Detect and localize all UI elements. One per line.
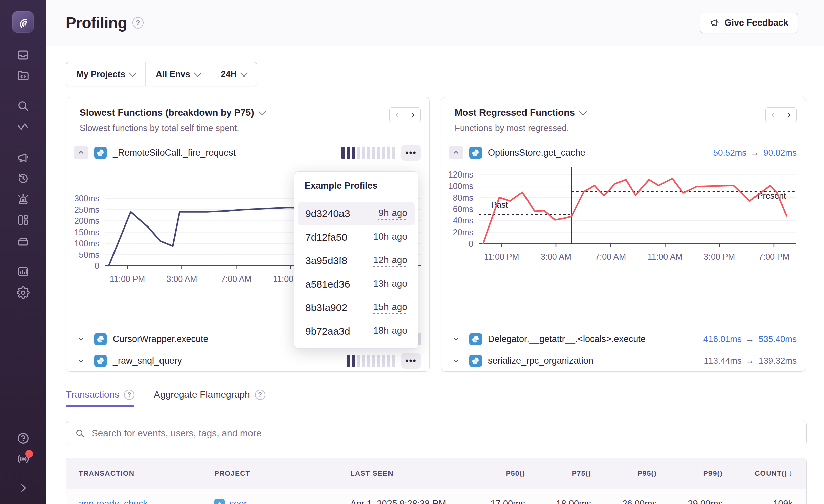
collapse-row-button[interactable] xyxy=(449,146,463,159)
help-button[interactable] xyxy=(16,432,30,446)
sidebar-collapse-button[interactable] xyxy=(17,482,29,495)
profile-time-link[interactable]: 13h ago xyxy=(373,278,407,290)
after-duration-link[interactable]: 90.02ms xyxy=(763,148,797,158)
replays-history-icon xyxy=(17,172,30,185)
next-page-button[interactable] xyxy=(405,107,421,122)
card-subtitle: Functions by most regressed. xyxy=(455,123,586,133)
function-name[interactable]: _raw_snql_query xyxy=(113,356,182,366)
svg-text:150ms: 150ms xyxy=(74,228,99,237)
column-header-p50[interactable]: P50() xyxy=(463,469,529,477)
alerts-siren-icon xyxy=(17,193,30,206)
next-page-button[interactable] xyxy=(781,107,797,122)
prev-page-button[interactable] xyxy=(389,107,405,122)
most-regressed-title-dropdown[interactable]: Most Regressed Functions xyxy=(455,107,586,118)
python-platform-icon xyxy=(469,147,482,159)
arrow-right-icon: → xyxy=(746,356,754,366)
sidebar-item-feedback[interactable] xyxy=(15,150,31,165)
profile-bars-sparkline xyxy=(341,147,395,159)
chevron-down-icon xyxy=(129,69,137,77)
sidebar-item-issues[interactable] xyxy=(15,47,31,63)
after-duration: 139.32ms xyxy=(759,356,797,366)
expand-row-button[interactable] xyxy=(449,354,463,367)
sidebar-item-replays[interactable] xyxy=(15,171,31,186)
more-options-button[interactable]: ••• xyxy=(401,145,421,161)
svg-text:20ms: 20ms xyxy=(453,228,473,237)
slowest-functions-title-dropdown[interactable]: Slowest Functions (breakdown by P75) xyxy=(80,107,265,118)
regression-line-chart[interactable]: 020ms40ms60ms80ms100ms120ms11:00 PM3:00 … xyxy=(441,164,806,272)
sidebar-item-projects[interactable] xyxy=(15,68,31,84)
expand-row-button[interactable] xyxy=(74,332,88,346)
function-row-expanded: OptionsStore.get_cache 50.52ms → 90.02ms xyxy=(441,141,806,164)
sidebar-item-search[interactable] xyxy=(15,98,31,114)
whats-new-button[interactable] xyxy=(16,452,30,467)
megaphone-icon xyxy=(709,18,720,28)
count-cell: 109k xyxy=(726,499,806,504)
profile-time-link[interactable]: 12h ago xyxy=(373,255,407,267)
table-row[interactable]: app.ready_check seer Apr 1, 2025 9:28:38… xyxy=(66,489,806,504)
transactions-help-icon[interactable]: ? xyxy=(124,390,134,400)
profile-menu-item[interactable]: 9b72aa3d 18h ago xyxy=(298,319,415,343)
dashboards-grid-icon xyxy=(17,214,30,226)
column-header-p75[interactable]: P75() xyxy=(529,469,594,477)
transaction-link[interactable]: app.ready_check xyxy=(79,499,148,504)
function-name[interactable]: serialize_rpc_organization xyxy=(488,356,593,366)
sidebar-item-stats[interactable] xyxy=(15,264,31,280)
main-content: My Projects All Envs 24H Slowest Functio… xyxy=(46,46,824,504)
date-range-filter[interactable]: 24H xyxy=(211,62,257,86)
profile-menu-item[interactable]: 9d3240a3 9h ago xyxy=(298,202,415,225)
function-name[interactable]: Delegator.__getattr__.<locals>.execute xyxy=(488,334,646,344)
sidebar-item-settings[interactable] xyxy=(15,285,31,300)
collapse-row-button[interactable] xyxy=(74,146,88,159)
profile-menu-item[interactable]: a581ed36 13h ago xyxy=(298,272,415,296)
column-header-count[interactable]: COUNT()↓ xyxy=(726,469,806,478)
more-options-button[interactable]: ••• xyxy=(401,353,421,369)
help-circle-icon xyxy=(16,432,30,445)
column-header-project[interactable]: PROJECT xyxy=(202,469,338,477)
tab-transactions[interactable]: Transactions ? xyxy=(66,389,134,407)
column-header-transaction[interactable]: TRANSACTION xyxy=(66,469,202,477)
prev-page-button[interactable] xyxy=(765,107,781,122)
column-header-p99[interactable]: P99() xyxy=(660,469,726,477)
svg-text:0: 0 xyxy=(95,261,99,270)
sidebar-item-traces[interactable] xyxy=(15,119,31,135)
after-duration-link[interactable]: 535.40ms xyxy=(759,334,797,344)
sidebar-item-releases[interactable] xyxy=(15,233,31,249)
svg-text:7:00 AM: 7:00 AM xyxy=(221,274,251,284)
sidebar-item-dashboards[interactable] xyxy=(15,212,31,228)
profile-menu-item[interactable]: 3a95d3f8 12h ago xyxy=(298,249,415,272)
function-row: serialize_rpc_organization 113.44ms → 13… xyxy=(441,350,806,371)
chevron-down-icon xyxy=(77,357,85,364)
profile-menu-item[interactable]: 7d12fa50 10h ago xyxy=(298,225,415,249)
arrow-right-icon: → xyxy=(746,334,754,344)
profile-time-link[interactable]: 9h ago xyxy=(378,208,407,220)
before-duration-link[interactable]: 50.52ms xyxy=(713,148,747,158)
profile-time-link[interactable]: 18h ago xyxy=(373,325,407,337)
column-header-p95[interactable]: P95() xyxy=(594,469,660,477)
profile-menu-item[interactable]: 8b3fa902 15h ago xyxy=(298,296,415,319)
column-header-last-seen[interactable]: LAST SEEN xyxy=(338,469,463,477)
profile-time-link[interactable]: 10h ago xyxy=(373,231,407,243)
function-name[interactable]: _RemoteSiloCall._fire_request xyxy=(113,148,236,158)
environment-filter[interactable]: All Envs xyxy=(145,62,211,86)
svg-text:100ms: 100ms xyxy=(74,239,99,248)
function-name[interactable]: CursorWrapper.execute xyxy=(113,334,209,344)
profile-bars-sparkline xyxy=(347,355,395,367)
settings-gear-icon xyxy=(17,286,30,299)
python-platform-icon xyxy=(469,355,482,367)
sentry-logo[interactable] xyxy=(12,11,34,33)
give-feedback-button[interactable]: Give Feedback xyxy=(700,13,798,33)
sidebar-item-alerts[interactable] xyxy=(15,192,31,207)
search-input[interactable] xyxy=(92,428,797,439)
before-duration-link[interactable]: 416.01ms xyxy=(703,334,742,344)
expand-row-button[interactable] xyxy=(449,332,463,346)
profiling-help-icon[interactable]: ? xyxy=(132,17,144,29)
regression-values: 416.01ms → 535.40ms xyxy=(703,334,797,344)
project-filter[interactable]: My Projects xyxy=(66,62,145,86)
flamegraph-help-icon[interactable]: ? xyxy=(255,390,265,400)
function-name[interactable]: OptionsStore.get_cache xyxy=(488,148,585,158)
expand-row-button[interactable] xyxy=(74,354,88,367)
tab-aggregate-flamegraph[interactable]: Aggregate Flamegraph ? xyxy=(154,389,265,407)
profile-time-link[interactable]: 15h ago xyxy=(373,302,407,314)
project-link[interactable]: seer xyxy=(229,499,247,504)
feedback-megaphone-icon xyxy=(17,151,30,164)
